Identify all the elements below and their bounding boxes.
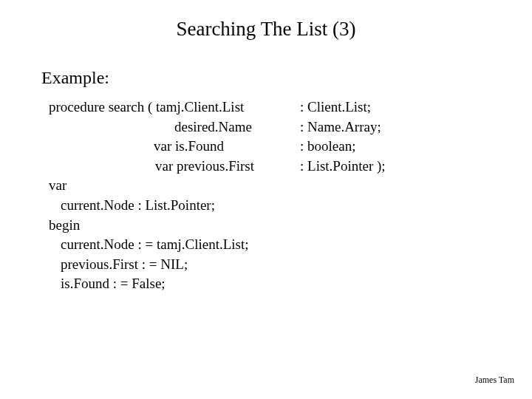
sig-left-4-text: var previous.First bbox=[49, 157, 254, 177]
sig-right-3: : boolean; bbox=[300, 137, 448, 157]
sig-left-4: var previous.First bbox=[49, 157, 300, 177]
code-line-begin: begin bbox=[49, 216, 448, 236]
slide: Searching The List (3) Example: procedur… bbox=[0, 0, 532, 399]
sig-right-1: : Client.List; bbox=[300, 98, 448, 117]
example-heading: Example: bbox=[41, 68, 109, 88]
sig-left-3: var is.Found bbox=[49, 137, 300, 157]
code-line-assign3: is.Found : = False; bbox=[49, 274, 448, 294]
code-body: procedure search ( tamj.Client.List : Cl… bbox=[49, 98, 448, 294]
footer-author: James Tam bbox=[475, 375, 514, 386]
signature-row-3: var is.Found : boolean; bbox=[49, 137, 448, 157]
slide-title: Searching The List (3) bbox=[0, 18, 532, 41]
code-line-decl: current.Node : List.Pointer; bbox=[49, 196, 448, 216]
sig-right-4: : List.Pointer ); bbox=[300, 157, 448, 177]
code-line-var: var bbox=[49, 176, 448, 196]
signature-row-1: procedure search ( tamj.Client.List : Cl… bbox=[49, 98, 448, 117]
sig-right-2: : Name.Array; bbox=[300, 117, 448, 137]
sig-left-1: procedure search ( tamj.Client.List bbox=[49, 98, 300, 117]
signature-row-4: var previous.First : List.Pointer ); bbox=[49, 157, 448, 177]
code-line-assign2: previous.First : = NIL; bbox=[49, 255, 448, 275]
sig-left-3-text: var is.Found bbox=[49, 137, 224, 157]
signature-row-2: desired.Name : Name.Array; bbox=[49, 117, 448, 137]
sig-left-2: desired.Name bbox=[49, 117, 300, 137]
code-line-assign1: current.Node : = tamj.Client.List; bbox=[49, 235, 448, 255]
sig-left-2-text: desired.Name bbox=[49, 119, 252, 134]
